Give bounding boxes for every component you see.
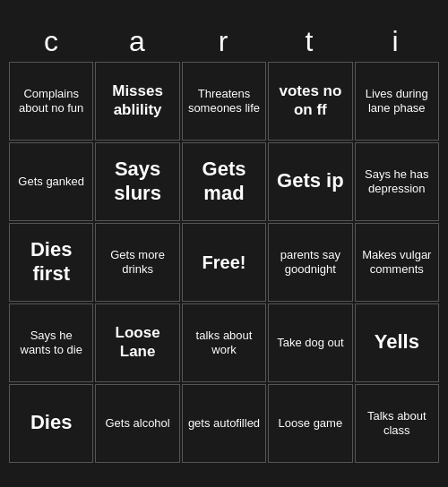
header-letter-a: a <box>97 25 179 58</box>
header-letter-t: t <box>269 25 351 58</box>
bingo-cell-4: Lives during lane phase <box>355 62 439 141</box>
bingo-grid: Complains about no funMisses ablilityThr… <box>9 62 439 463</box>
bingo-cell-9: Says he has depression <box>355 142 439 221</box>
bingo-cell-8: Gets ip <box>268 142 352 221</box>
bingo-cell-11: Gets more drinks <box>95 223 179 302</box>
header-letter-r: r <box>183 25 265 58</box>
bingo-cell-3: votes no on ff <box>268 62 352 141</box>
bingo-cell-20: Dies <box>9 384 93 463</box>
bingo-cell-23: Loose game <box>268 384 352 463</box>
header-letter-i: i <box>355 25 437 58</box>
bingo-header: carti <box>9 25 439 58</box>
bingo-cell-18: Take dog out <box>268 303 352 382</box>
bingo-cell-15: Says he wants to die <box>9 303 93 382</box>
bingo-cell-24: Talks about class <box>355 384 439 463</box>
bingo-cell-2: Threatens someones life <box>182 62 266 141</box>
bingo-cell-21: Gets alcohol <box>95 384 179 463</box>
bingo-cell-0: Complains about no fun <box>9 62 93 141</box>
bingo-cell-6: Says slurs <box>95 142 179 221</box>
bingo-cell-17: talks about work <box>182 303 266 382</box>
bingo-cell-22: gets autofilled <box>182 384 266 463</box>
bingo-cell-16: Loose Lane <box>95 303 179 382</box>
bingo-cell-14: Makes vulgar comments <box>355 223 439 302</box>
bingo-cell-1: Misses ablility <box>95 62 179 141</box>
bingo-cell-12: Free! <box>182 223 266 302</box>
bingo-card: carti Complains about no funMisses ablil… <box>4 21 444 467</box>
bingo-cell-10: Dies first <box>9 223 93 302</box>
header-letter-c: c <box>11 25 93 58</box>
bingo-cell-19: Yells <box>355 303 439 382</box>
bingo-cell-5: Gets ganked <box>9 142 93 221</box>
bingo-cell-7: Gets mad <box>182 142 266 221</box>
bingo-cell-13: parents say goodnight <box>268 223 352 302</box>
